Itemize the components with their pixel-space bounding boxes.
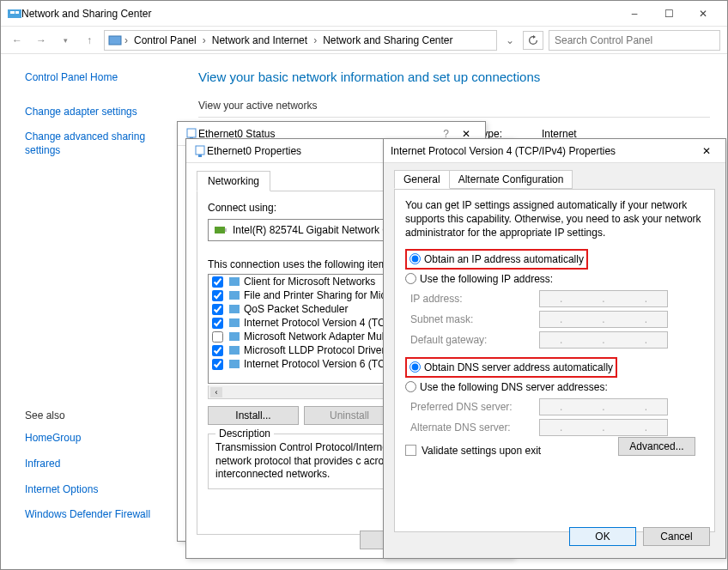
svg-rect-10 [229, 277, 240, 286]
obtain-dns-auto-label: Obtain DNS server address automatically [424, 361, 613, 373]
svg-rect-11 [229, 291, 240, 300]
see-also-label: See also [25, 409, 169, 421]
item-checkbox[interactable] [212, 304, 223, 315]
alternate-config-tab[interactable]: Alternate Configuration [449, 170, 573, 189]
svg-rect-6 [196, 146, 204, 155]
gateway-label: Default gateway: [410, 334, 539, 346]
sidebar-link[interactable]: Change advanced sharing settings [25, 130, 169, 157]
ipv4-cancel-button[interactable]: Cancel [643, 527, 710, 546]
general-tab[interactable]: General [394, 170, 450, 189]
preferred-dns-label: Preferred DNS server: [410, 401, 539, 413]
forward-button[interactable]: → [32, 31, 51, 50]
item-checkbox[interactable] [212, 345, 223, 356]
use-static-ip-radio[interactable] [405, 273, 416, 284]
crumb[interactable]: Control Panel [130, 34, 200, 46]
seealso-link[interactable]: HomeGroup [25, 432, 169, 446]
validate-checkbox[interactable] [405, 445, 416, 456]
component-icon [228, 303, 240, 315]
sidebar: Control Panel Home Change adapter settin… [1, 54, 181, 569]
control-panel-home-link[interactable]: Control Panel Home [25, 71, 169, 85]
network-center-icon [8, 7, 21, 21]
component-icon [228, 276, 240, 288]
validate-label: Validate settings upon exit [422, 445, 541, 457]
item-label: Internet Protocol Version 4 (TCP/IP [244, 317, 404, 329]
nav-toolbar: ← → ▾ ↑ › Control Panel› Network and Int… [1, 27, 727, 54]
component-icon [228, 358, 240, 370]
ipv4-ok-button[interactable]: OK [569, 527, 636, 546]
seealso-link[interactable]: Windows Defender Firewall [25, 508, 169, 522]
use-static-ip-label: Use the following IP address: [420, 273, 553, 285]
alternate-dns-label: Alternate DNS server: [410, 421, 539, 434]
preferred-dns-field: ... [539, 398, 668, 415]
control-panel-icon [108, 33, 122, 47]
component-icon [228, 344, 240, 356]
ipv4-properties-window: Internet Protocol Version 4 (TCP/IPv4) P… [383, 138, 726, 559]
search-input[interactable] [549, 30, 720, 51]
use-static-dns-label: Use the following DNS server addresses: [420, 381, 608, 393]
maximize-button[interactable]: ☐ [652, 2, 686, 26]
refresh-icon [528, 35, 538, 45]
crumb[interactable]: Network and Internet [209, 34, 311, 46]
ethernet-icon [193, 144, 207, 158]
main-heading: View your basic network information and … [198, 70, 710, 84]
active-networks-label: View your active networks [198, 100, 710, 112]
advanced-button[interactable]: Advanced... [618, 437, 695, 456]
window-titlebar: Network and Sharing Center – ☐ ✕ [1, 1, 727, 27]
close-button[interactable]: ✕ [686, 2, 720, 26]
svg-rect-1 [10, 11, 15, 14]
item-checkbox[interactable] [212, 276, 223, 288]
adapter-name: Intel(R) 82574L Gigabit Network Conn [233, 224, 407, 236]
refresh-button[interactable] [523, 31, 543, 50]
obtain-dns-auto-radio[interactable] [410, 361, 421, 373]
item-label: Internet Protocol Version 6 (TCP/IP [244, 358, 404, 370]
ip-address-field: ... [539, 290, 668, 307]
seealso-link[interactable]: Infrared [25, 458, 169, 471]
networking-tab[interactable]: Networking [197, 171, 270, 191]
ip-address-label: IP address: [410, 293, 539, 305]
back-button[interactable]: ← [8, 31, 27, 50]
component-icon [228, 330, 240, 343]
description-label: Description [215, 428, 274, 440]
svg-rect-2 [15, 11, 19, 14]
install-button[interactable]: Install... [208, 406, 299, 425]
ipv4-close-button[interactable]: ✕ [695, 141, 719, 161]
highlight-auto-ip: Obtain an IP address automatically [405, 249, 588, 270]
svg-rect-9 [225, 228, 227, 232]
svg-rect-8 [215, 227, 225, 233]
svg-rect-3 [109, 36, 121, 45]
item-checkbox[interactable] [212, 318, 223, 329]
window-title: Network and Sharing Center [21, 8, 617, 20]
svg-rect-7 [198, 155, 202, 157]
obtain-ip-auto-radio[interactable] [410, 253, 421, 264]
component-icon [228, 317, 240, 329]
breadcrumb-dropdown[interactable]: ⌄ [502, 34, 518, 46]
obtain-ip-auto-label: Obtain an IP address automatically [424, 253, 584, 265]
svg-rect-16 [229, 360, 240, 368]
ipv4-info-text: You can get IP settings assigned automat… [405, 198, 704, 240]
item-label: Microsoft LLDP Protocol Driver [244, 344, 385, 356]
crumb[interactable]: Network and Sharing Center [319, 34, 456, 46]
gateway-field: ... [539, 331, 668, 349]
ipv4-window-title: Internet Protocol Version 4 (TCP/IPv4) P… [391, 145, 695, 157]
svg-rect-14 [229, 332, 240, 341]
breadcrumb[interactable]: › Control Panel› Network and Internet› N… [104, 30, 497, 51]
uninstall-button: Uninstall [304, 406, 395, 425]
seealso-link[interactable]: Internet Options [25, 483, 169, 497]
item-checkbox[interactable] [212, 290, 223, 301]
svg-rect-4 [187, 129, 196, 137]
item-label: Microsoft Network Adapter Multiple [244, 330, 403, 343]
svg-rect-13 [229, 318, 240, 327]
scroll-left-button[interactable]: ‹ [210, 387, 222, 397]
sidebar-link[interactable]: Change adapter settings [25, 106, 169, 119]
recent-button[interactable]: ▾ [56, 31, 75, 50]
use-static-dns-radio[interactable] [405, 381, 416, 392]
nic-icon [214, 223, 228, 237]
item-checkbox[interactable] [212, 331, 223, 343]
item-checkbox[interactable] [212, 359, 223, 370]
alternate-dns-field: ... [539, 419, 668, 436]
component-icon [228, 289, 240, 301]
item-label: Client for Microsoft Networks [244, 276, 375, 288]
subnet-mask-label: Subnet mask: [410, 313, 539, 325]
up-button[interactable]: ↑ [80, 31, 99, 50]
minimize-button[interactable]: – [617, 2, 652, 26]
